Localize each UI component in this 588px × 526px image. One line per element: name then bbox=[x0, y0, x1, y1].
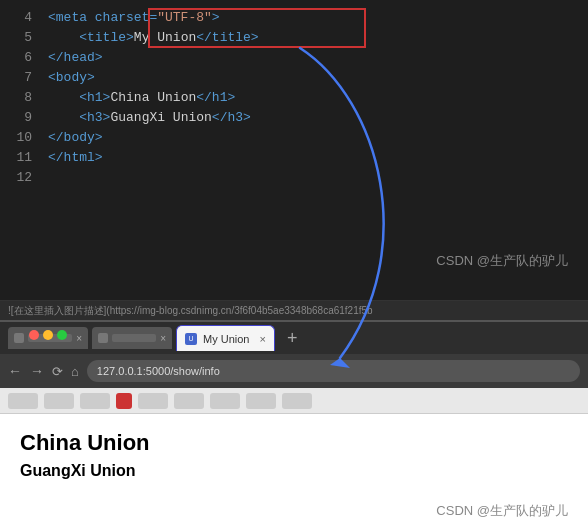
line-numbers: 4 5 6 7 8 9 10 11 12 bbox=[0, 0, 40, 300]
bookmark-red[interactable] bbox=[116, 393, 132, 409]
tab-icon-2 bbox=[98, 333, 108, 343]
tab-label-2 bbox=[112, 334, 156, 342]
bookmark-6[interactable] bbox=[210, 393, 240, 409]
active-tab-close[interactable]: × bbox=[259, 333, 265, 345]
bookmark-7[interactable] bbox=[246, 393, 276, 409]
bookmark-3[interactable] bbox=[80, 393, 110, 409]
bookmark-8[interactable] bbox=[282, 393, 312, 409]
tab-close-1[interactable]: × bbox=[76, 333, 82, 344]
page-content: China Union GuangXi Union CSDN @生产队的驴儿 bbox=[0, 414, 588, 526]
tab-bar: × × U My Union × + bbox=[0, 322, 588, 354]
bookmarks-bar bbox=[0, 388, 588, 414]
tab-icon-1 bbox=[14, 333, 24, 343]
bookmark-1[interactable] bbox=[8, 393, 38, 409]
code-editor: 4 5 6 7 8 9 10 11 12 <meta charset="UTF-… bbox=[0, 0, 588, 300]
tab-close-2[interactable]: × bbox=[160, 333, 166, 344]
tab-label-1 bbox=[28, 334, 72, 342]
new-tab-button[interactable]: + bbox=[279, 328, 306, 349]
inactive-tab-2[interactable]: × bbox=[92, 327, 172, 349]
home-button[interactable]: ⌂ bbox=[71, 364, 79, 379]
bookmark-2[interactable] bbox=[44, 393, 74, 409]
browser-section: × × U My Union × + ← → ⟳ ⌂ 127.0.0.1:500… bbox=[0, 320, 588, 526]
watermark-top: CSDN @生产队的驴儿 bbox=[436, 252, 568, 270]
back-button[interactable]: ← bbox=[8, 363, 22, 379]
page-h3: GuangXi Union bbox=[20, 462, 568, 480]
bookmark-4[interactable] bbox=[138, 393, 168, 409]
watermark-bottom: CSDN @生产队的驴儿 bbox=[436, 502, 568, 520]
active-tab-label: My Union bbox=[203, 333, 249, 345]
refresh-button[interactable]: ⟳ bbox=[52, 364, 63, 379]
page-h1: China Union bbox=[20, 430, 568, 456]
address-field[interactable]: 127.0.0.1:5000/show/info bbox=[87, 360, 580, 382]
inactive-tab-1[interactable]: × bbox=[8, 327, 88, 349]
address-row: ← → ⟳ ⌂ 127.0.0.1:5000/show/info bbox=[0, 354, 588, 388]
active-tab-favicon: U bbox=[185, 333, 197, 345]
forward-button[interactable]: → bbox=[30, 363, 44, 379]
bookmark-5[interactable] bbox=[174, 393, 204, 409]
md-link-bar: ![在这里插入图片描述](https://img-blog.csdnimg.cn… bbox=[0, 300, 588, 320]
active-tab[interactable]: U My Union × bbox=[176, 325, 275, 351]
